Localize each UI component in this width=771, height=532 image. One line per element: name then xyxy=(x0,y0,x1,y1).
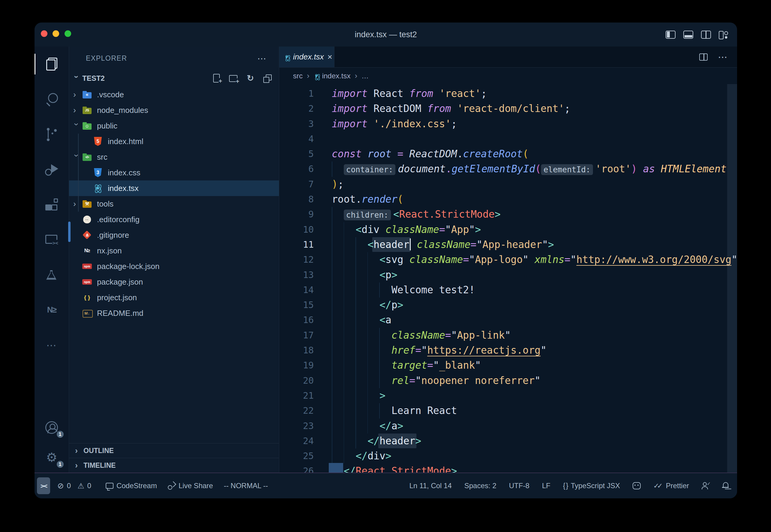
code-line-23[interactable]: 23 </a> xyxy=(279,419,737,434)
close-window-button[interactable] xyxy=(41,30,47,37)
status-live-share-contacts[interactable]: ✓ xyxy=(702,482,710,489)
code-line-2[interactable]: 2import ReactDOM from 'react-dom/client'… xyxy=(279,101,737,116)
panel-bottom-icon[interactable] xyxy=(683,31,693,39)
new-file-icon[interactable] xyxy=(212,74,221,83)
tab-index-tsx[interactable]: index.tsx × xyxy=(279,47,334,67)
code-line-10[interactable]: 10 <div className="App"> xyxy=(279,222,737,237)
status-problems[interactable]: 00 xyxy=(57,481,95,491)
code-line-22[interactable]: 22 Learn React xyxy=(279,403,737,418)
section-timeline[interactable]: TIMELINE xyxy=(69,458,279,473)
folder-section-header[interactable]: TEST2 xyxy=(69,70,279,87)
activity-item-settings[interactable]: 1 xyxy=(35,443,69,473)
refresh-icon[interactable] xyxy=(246,74,255,83)
breadcrumb-item-more[interactable]: … xyxy=(361,72,369,80)
code-line-24[interactable]: 24 </header> xyxy=(279,434,737,449)
activity-item-extensions[interactable] xyxy=(35,187,69,222)
comment-icon xyxy=(106,483,113,489)
code-line-1[interactable]: 1import React from 'react'; xyxy=(279,86,737,101)
activity-item-nx-console[interactable] xyxy=(35,292,69,328)
tree-item-node-modules[interactable]: JSnode_modules xyxy=(69,102,279,118)
activity-item-accounts[interactable]: 1 xyxy=(35,413,69,443)
indent-guide xyxy=(332,298,332,313)
activity-item-source-control[interactable] xyxy=(35,117,69,152)
token: = xyxy=(445,329,451,341)
code-editor[interactable]: 1import React from 'react';2import React… xyxy=(279,84,737,473)
tree-item--editorconfig[interactable]: ··.editorconfig xyxy=(69,212,279,227)
sidebar-right-icon[interactable] xyxy=(701,31,711,39)
tree-item-index-html[interactable]: 5index.html xyxy=(69,134,279,149)
code-line-12[interactable]: 12 <svg className="App-logo" xmlns="http… xyxy=(279,252,737,267)
code-line-7[interactable]: 7); xyxy=(279,177,737,192)
status-eol[interactable]: LF xyxy=(542,482,550,490)
indent-guide xyxy=(344,434,344,449)
status-indentation[interactable]: Spaces: 2 xyxy=(464,482,497,490)
status-notifications[interactable] xyxy=(723,482,729,489)
code-line-25[interactable]: 25 </div> xyxy=(279,449,737,464)
code-line-15[interactable]: 15 </p> xyxy=(279,298,737,313)
status-formatter[interactable]: Prettier xyxy=(653,482,689,490)
tree-item-tools[interactable]: ⚒tools xyxy=(69,196,279,212)
editor-more-actions-icon[interactable]: ⋯ xyxy=(718,51,727,63)
status-encoding[interactable]: UTF-8 xyxy=(509,482,529,490)
code-line-13[interactable]: 13 <p> xyxy=(279,268,737,283)
split-editor-icon[interactable] xyxy=(699,53,708,61)
status-live-share[interactable]: Live Share xyxy=(168,482,213,490)
close-tab-icon[interactable]: × xyxy=(328,53,332,61)
activity-item-explorer[interactable] xyxy=(35,47,69,82)
explorer-more-icon[interactable]: ⋯ xyxy=(257,53,266,64)
tree-item-public[interactable]: ☺public xyxy=(69,118,279,134)
code-line-8[interactable]: 8root.render( xyxy=(279,192,737,207)
code-line-6[interactable]: 6 container:document.getElementById(elem… xyxy=(279,162,737,177)
remote-indicator[interactable]: >< xyxy=(37,477,50,494)
code-line-9[interactable]: 9 children:<React.StrictMode> xyxy=(279,207,737,222)
tree-item-project-json[interactable]: { }project.json xyxy=(69,290,279,305)
zoom-window-button[interactable] xyxy=(65,30,71,37)
activity-item-more[interactable] xyxy=(35,328,69,363)
layout-icon[interactable] xyxy=(719,31,729,39)
code-line-16[interactable]: 16 <a xyxy=(279,313,737,328)
section-outline[interactable]: OUTLINE xyxy=(69,443,279,458)
tree-item-package-lock-json[interactable]: npmpackage-lock.json xyxy=(69,258,279,274)
code-line-14[interactable]: 14 Welcome test2! xyxy=(279,283,737,298)
status-cursor-position[interactable]: Ln 11, Col 14 xyxy=(410,482,452,490)
status-language-mode[interactable]: TypeScript JSX xyxy=(563,482,620,490)
new-folder-icon[interactable] xyxy=(229,74,238,83)
tree-item-readme-md[interactable]: M↓README.md xyxy=(69,305,279,321)
nx-console-icon xyxy=(47,305,56,315)
tree-item-src[interactable]: </>src xyxy=(69,149,279,165)
breadcrumb-item-src[interactable]: src xyxy=(293,72,303,80)
code-line-18[interactable]: 18 href="https://reactjs.org" xyxy=(279,343,737,358)
tree-indent-guide xyxy=(78,134,79,165)
token: " xyxy=(433,359,439,371)
status-vim-mode[interactable]: -- NORMAL -- xyxy=(224,482,268,490)
code-line-19[interactable]: 19 target="_blank" xyxy=(279,358,737,373)
token xyxy=(332,239,367,250)
code-line-4[interactable]: 4 xyxy=(279,131,737,147)
editor-scrollbar[interactable] xyxy=(727,84,737,473)
code-line-5[interactable]: 5const root = ReactDOM.createRoot( xyxy=(279,147,737,162)
code-line-26[interactable]: 26 </React.StrictMode> xyxy=(279,464,737,473)
status-codestream[interactable]: CodeStream xyxy=(106,482,157,490)
code-line-21[interactable]: 21 > xyxy=(279,388,737,403)
activity-item-testing[interactable] xyxy=(35,257,69,292)
minimize-window-button[interactable] xyxy=(53,30,59,37)
activity-item-remote-explorer[interactable] xyxy=(35,222,69,257)
activity-item-run-debug[interactable] xyxy=(35,152,69,187)
collapse-all-icon[interactable] xyxy=(263,74,272,83)
code-line-20[interactable]: 20 rel="noopener noreferrer" xyxy=(279,373,737,388)
tree-item-index-css[interactable]: 3index.css xyxy=(69,165,279,180)
braces-icon xyxy=(563,482,568,490)
tree-item--vscode[interactable]: «.vscode xyxy=(69,87,279,102)
tree-item-package-json[interactable]: npmpackage.json xyxy=(69,274,279,290)
code-line-3[interactable]: 3import './index.css'; xyxy=(279,116,737,131)
code-line-11[interactable]: 11 <header className="App-header"> xyxy=(279,237,737,252)
tree-item--gitignore[interactable]: ⋔.gitignore xyxy=(69,227,279,243)
breadcrumb-item-index-tsx[interactable]: index.tsx xyxy=(314,72,351,80)
sidebar-left-icon[interactable] xyxy=(666,31,676,39)
status-github[interactable] xyxy=(633,482,641,489)
token: div xyxy=(367,450,385,462)
tree-item-index-tsx[interactable]: index.tsx xyxy=(69,180,279,196)
activity-item-search[interactable] xyxy=(35,82,69,117)
code-line-17[interactable]: 17 className="App-link" xyxy=(279,328,737,343)
tree-item-nx-json[interactable]: N≥nx.json xyxy=(69,243,279,258)
